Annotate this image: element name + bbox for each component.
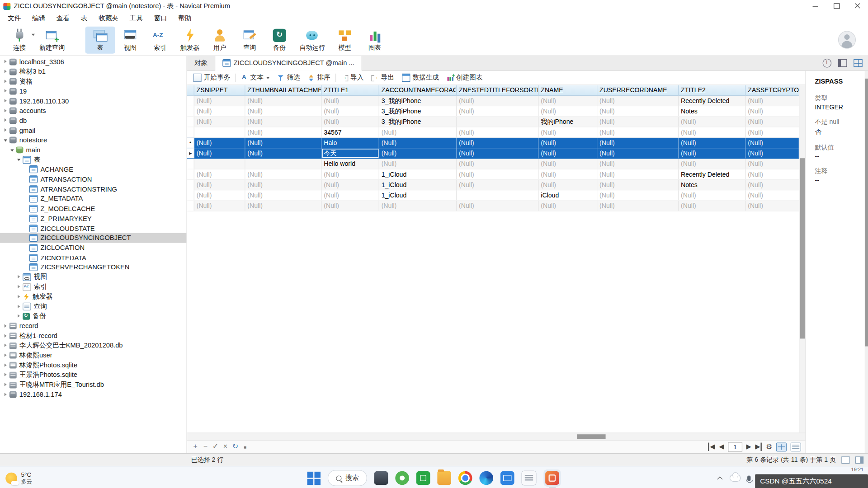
table-cell[interactable]: (Null): [538, 106, 597, 116]
table-cell[interactable]: 1_iCloud: [379, 190, 457, 200]
table-cell[interactable]: (Null): [745, 169, 799, 179]
table-cell[interactable]: Notes: [679, 106, 745, 116]
table-cell[interactable]: (Null): [457, 159, 538, 169]
table-cell[interactable]: (Null): [245, 180, 321, 190]
tree-item[interactable]: localhost_3306: [0, 57, 187, 67]
table-cell[interactable]: (Null): [194, 106, 245, 116]
table-cell[interactable]: (Null): [245, 127, 321, 137]
table-cell[interactable]: (Null): [745, 180, 799, 190]
table-cell[interactable]: (Null): [245, 117, 321, 127]
column-header[interactable]: ZTITLE2: [679, 85, 745, 95]
tree-item[interactable]: ZICCLOUDSTATE: [0, 223, 187, 233]
table-cell[interactable]: [194, 127, 245, 137]
expand-arrow-icon[interactable]: [3, 69, 9, 75]
user-avatar[interactable]: [838, 31, 856, 49]
stop-icon[interactable]: [240, 442, 250, 451]
tree-item[interactable]: 资格: [0, 76, 187, 86]
table-cell[interactable]: (Null): [321, 117, 379, 127]
weather-widget[interactable]: 5°C 多云: [5, 471, 32, 485]
table-cell[interactable]: (Null): [538, 148, 597, 158]
tree-item[interactable]: ZICLOCATION: [0, 243, 187, 253]
column-header[interactable]: ZACCOUNTNAMEFORAC: [379, 85, 457, 95]
taskbar-app-navicat[interactable]: [543, 469, 561, 487]
table-cell[interactable]: (Null): [321, 201, 379, 211]
tree-item[interactable]: 检材1-record: [0, 331, 187, 341]
refresh-icon[interactable]: [230, 442, 240, 451]
column-header[interactable]: ZTITLE1: [321, 85, 379, 95]
table-cell[interactable]: (Null): [538, 127, 597, 137]
expand-arrow-icon[interactable]: [3, 98, 9, 104]
table-row[interactable]: (Null)34567(Null)(Null)(Null)(Null)(Null…: [187, 127, 799, 138]
expand-arrow-icon[interactable]: [3, 392, 9, 398]
column-header[interactable]: ZNESTEDTITLEFORSORTIN: [457, 85, 538, 95]
vertical-scrollbar-thumb[interactable]: [800, 158, 805, 339]
expand-arrow-icon[interactable]: [3, 362, 9, 368]
grid-toolbar-create-chart-button[interactable]: 创建图表: [443, 71, 487, 85]
tree-item[interactable]: 王晓琳MTR应用E_Tourist.db: [0, 380, 187, 390]
table-row[interactable]: •(Null)(Null)Halo(Null)(Null)(Null)(Null…: [187, 138, 799, 148]
table-row[interactable]: (Null)(Null)(Null)1_iCloudiCloud(Null)(N…: [187, 190, 799, 201]
tree-item[interactable]: Z_MODELCACHE: [0, 204, 187, 214]
add-record-icon[interactable]: [190, 442, 200, 451]
tree-item[interactable]: ZICNOTEDATA: [0, 253, 187, 263]
collapse-arrow-icon[interactable]: [3, 137, 9, 143]
toolbar-new-query-button[interactable]: 新建查询: [34, 26, 70, 53]
grid-toolbar-filter-button[interactable]: 筛选: [274, 71, 304, 85]
table-cell[interactable]: (Null): [194, 96, 245, 106]
table-cell[interactable]: (Null): [457, 148, 538, 158]
table-cell[interactable]: 我的iPhone: [538, 117, 597, 127]
tree-item[interactable]: 表: [0, 155, 187, 165]
expand-arrow-icon[interactable]: [16, 274, 22, 280]
taskbar-app-green-circle-app[interactable]: [395, 471, 409, 485]
tree-item[interactable]: Z_METADATA: [0, 194, 187, 204]
table-cell[interactable]: 今天: [321, 148, 379, 158]
table-cell[interactable]: (Null): [245, 138, 321, 148]
grid-toolbar-transaction-button[interactable]: 开始事务: [189, 71, 234, 85]
table-cell[interactable]: (Null): [457, 169, 538, 179]
table-cell[interactable]: (Null): [745, 148, 799, 158]
toolbar-automation-button[interactable]: 自动运行: [294, 26, 330, 53]
table-cell[interactable]: (Null): [457, 180, 538, 190]
table-cell[interactable]: Recently Deleted: [679, 96, 745, 106]
expand-arrow-icon[interactable]: [16, 294, 22, 300]
toolbar-backup-button[interactable]: 备份: [264, 26, 294, 53]
tree-item[interactable]: 触发器: [0, 292, 187, 302]
grid-toolbar-text-button[interactable]: 文本: [237, 71, 274, 85]
taskbar-app-edge[interactable]: [479, 471, 493, 485]
table-cell[interactable]: (Null): [538, 96, 597, 106]
horizontal-scrollbar[interactable]: [187, 433, 806, 440]
table-cell[interactable]: (Null): [745, 106, 799, 116]
taskbar-app-blue-app[interactable]: [500, 471, 514, 485]
table-cell[interactable]: (Null): [745, 201, 799, 211]
table-cell[interactable]: (Null): [597, 169, 679, 179]
settings-gear-icon[interactable]: [766, 442, 772, 451]
tree-item[interactable]: 查询: [0, 302, 187, 312]
table-cell[interactable]: (Null): [597, 159, 679, 169]
menu-item-帮助[interactable]: 帮助: [173, 12, 197, 24]
table-cell[interactable]: (Null): [597, 127, 679, 137]
tree-item[interactable]: gmail: [0, 126, 187, 136]
table-cell[interactable]: (Null): [597, 180, 679, 190]
panel-layout-icon[interactable]: [838, 59, 847, 67]
table-cell[interactable]: (Null): [538, 180, 597, 190]
table-cell[interactable]: iCloud: [538, 190, 597, 200]
table-cell[interactable]: (Null): [245, 169, 321, 179]
previous-page-icon[interactable]: ◀: [719, 443, 724, 451]
tree-item[interactable]: accounts: [0, 106, 187, 116]
table-cell[interactable]: [194, 159, 245, 169]
tree-item[interactable]: record: [0, 321, 187, 331]
menu-item-编辑[interactable]: 编辑: [27, 12, 51, 24]
tree-item[interactable]: main: [0, 145, 187, 155]
tree-item[interactable]: ACHANGE: [0, 164, 187, 174]
table-cell[interactable]: (Null): [321, 96, 379, 106]
table-cell[interactable]: (Null): [745, 159, 799, 169]
tree-item[interactable]: 李大辉公交巴士KMB_20201208.db: [0, 341, 187, 351]
table-row[interactable]: ▸(Null)(Null)今天(Null)(Null)(Null)(Null)(…: [187, 148, 799, 159]
tree-item[interactable]: 检材3 b1: [0, 67, 187, 77]
table-cell[interactable]: 3_我的iPhone: [379, 106, 457, 116]
taskbar-app-folder[interactable]: [437, 471, 451, 485]
table-cell[interactable]: (Null): [679, 127, 745, 137]
table-cell[interactable]: (Null): [745, 138, 799, 148]
discard-changes-icon[interactable]: [220, 442, 230, 451]
table-cell[interactable]: Hello world: [321, 159, 379, 169]
